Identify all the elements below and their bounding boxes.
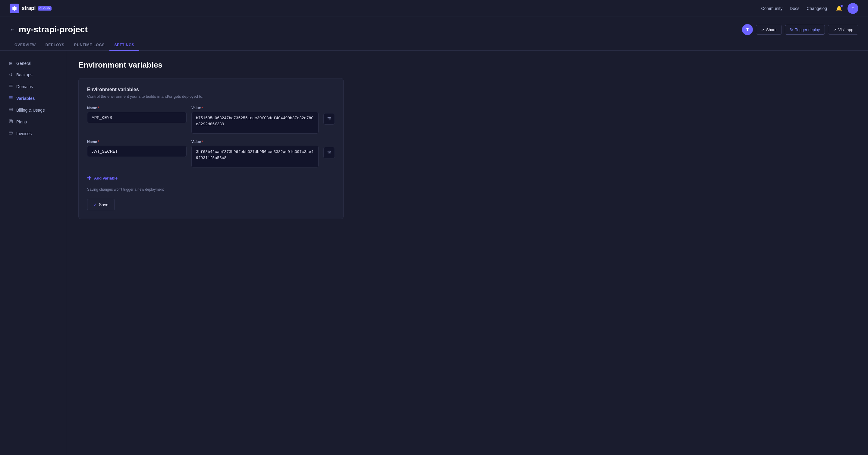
share-icon: ↗ (761, 27, 764, 32)
topbar-left: strapi CLOUD (10, 4, 52, 13)
svg-rect-13 (9, 133, 13, 133)
name-input-2[interactable] (87, 146, 187, 157)
sidebar-item-variables[interactable]: Variables (5, 93, 61, 104)
value-label-2: Value* (191, 140, 318, 144)
svg-rect-5 (9, 98, 13, 98)
env-variables-card: Environment variables Control the enviro… (79, 78, 344, 219)
value-input-2[interactable]: 3bf68b42caef373b96febb027db956ccc3382ae9… (191, 146, 318, 167)
value-input-1[interactable]: b751695d068247be7352551cdc30f03def404499… (191, 112, 318, 134)
sidebar-label-backups: Backups (16, 73, 33, 77)
notification-dot (841, 5, 843, 7)
add-variable-label: Add variable (94, 176, 118, 180)
deploy-icon: ↻ (790, 27, 793, 32)
domains-icon (8, 84, 13, 89)
variable-row-2: Name* Value* 3bf68b42caef373b96febb027db… (87, 140, 335, 167)
project-header: ← my-strapi-project T ↗ Share ↻ Trigger … (0, 17, 868, 35)
name-label-1: Name* (87, 106, 187, 110)
add-variable-button[interactable]: ✚ Add variable (87, 173, 335, 182)
strapi-logo-text: strapi (22, 5, 36, 11)
strapi-logo-icon (10, 4, 19, 13)
strapi-logo: strapi CLOUD (10, 4, 52, 13)
docs-link[interactable]: Docs (789, 6, 799, 11)
topbar-nav: Community Docs Changelog (761, 6, 827, 11)
sidebar-label-general: General (16, 61, 31, 66)
check-icon: ✓ (93, 202, 97, 207)
sidebar-item-domains[interactable]: Domains (5, 81, 61, 92)
user-avatar-button[interactable]: T (847, 3, 858, 14)
required-marker-2: * (98, 140, 99, 144)
sidebar-item-backups[interactable]: ↺ Backups (5, 69, 61, 80)
required-marker-1: * (98, 106, 99, 110)
community-link[interactable]: Community (761, 6, 783, 11)
backups-icon: ↺ (8, 73, 13, 77)
svg-rect-7 (9, 109, 13, 110)
card-description: Control the environment your site builds… (87, 94, 335, 99)
svg-rect-2 (9, 87, 13, 87)
billing-icon (8, 107, 13, 113)
svg-rect-4 (9, 97, 13, 97)
tab-runtime-logs[interactable]: RUNTIME LOGS (69, 40, 110, 51)
main-layout: ⊞ General ↺ Backups Domains Variables Bi… (0, 51, 868, 455)
value-field-2: Value* 3bf68b42caef373b96febb027db956ccc… (191, 140, 318, 167)
variable-row-1: Name* Value* b751695d068247be7352551cdc3… (87, 106, 335, 134)
save-label: Save (99, 202, 108, 207)
visit-app-button[interactable]: ↗ Visit app (828, 25, 858, 35)
save-button[interactable]: ✓ Save (87, 199, 115, 210)
sidebar-item-billing[interactable]: Billing & Usage (5, 105, 61, 116)
sidebar-label-domains: Domains (16, 84, 33, 89)
delete-button-1[interactable] (323, 113, 335, 124)
plans-icon (8, 119, 13, 124)
sidebar-label-variables: Variables (16, 96, 35, 101)
back-button[interactable]: ← (10, 27, 15, 33)
tab-settings[interactable]: SETTINGS (110, 40, 139, 51)
external-link-icon: ↗ (833, 27, 836, 32)
project-title: my-strapi-project (19, 25, 88, 34)
name-field-2: Name* (87, 140, 187, 157)
changelog-link[interactable]: Changelog (807, 6, 827, 11)
invoices-icon (8, 131, 13, 136)
project-tabs: OVERVIEW DEPLOYS RUNTIME LOGS SETTINGS (0, 35, 868, 51)
name-field-1: Name* (87, 106, 187, 123)
sidebar-item-invoices[interactable]: Invoices (5, 128, 61, 139)
notification-button[interactable]: 🔔 (834, 4, 844, 13)
sidebar: ⊞ General ↺ Backups Domains Variables Bi… (0, 51, 66, 455)
topbar-icons: 🔔 T (834, 3, 858, 14)
value-field-1: Value* b751695d068247be7352551cdc30f03de… (191, 106, 318, 134)
svg-rect-1 (9, 86, 13, 86)
cloud-badge: CLOUD (38, 6, 52, 10)
required-marker-value-1: * (201, 106, 203, 110)
value-label-1: Value* (191, 106, 318, 110)
save-note: Saving changes won't trigger a new deplo… (87, 188, 335, 192)
add-icon: ✚ (87, 175, 92, 181)
variables-icon (8, 96, 13, 101)
sidebar-item-general[interactable]: ⊞ General (5, 58, 61, 69)
page-title: Environment variables (79, 60, 856, 70)
general-icon: ⊞ (8, 61, 13, 66)
project-actions: T ↗ Share ↻ Trigger deploy ↗ Visit app (742, 24, 858, 35)
card-title: Environment variables (87, 87, 335, 92)
project-avatar: T (742, 24, 753, 35)
sidebar-label-billing: Billing & Usage (16, 108, 45, 113)
topbar: strapi CLOUD Community Docs Changelog 🔔 … (0, 0, 868, 17)
name-input-1[interactable] (87, 112, 187, 123)
delete-button-2[interactable] (323, 147, 335, 159)
trigger-deploy-button[interactable]: ↻ Trigger deploy (785, 25, 825, 35)
name-label-2: Name* (87, 140, 187, 144)
delete-icon-1 (327, 116, 331, 122)
required-marker-value-2: * (201, 140, 203, 144)
delete-icon-2 (327, 150, 331, 155)
sidebar-label-plans: Plans (16, 119, 27, 124)
svg-rect-0 (9, 85, 13, 85)
tab-overview[interactable]: OVERVIEW (10, 40, 41, 51)
tab-deploys[interactable]: DEPLOYS (41, 40, 69, 51)
sidebar-label-invoices: Invoices (16, 131, 32, 136)
main-content: Environment variables Environment variab… (66, 51, 868, 455)
share-button[interactable]: ↗ Share (756, 25, 782, 35)
project-title-area: ← my-strapi-project (10, 25, 88, 34)
topbar-right: Community Docs Changelog 🔔 T (761, 3, 858, 14)
sidebar-item-plans[interactable]: Plans (5, 116, 61, 127)
svg-rect-3 (9, 96, 13, 96)
